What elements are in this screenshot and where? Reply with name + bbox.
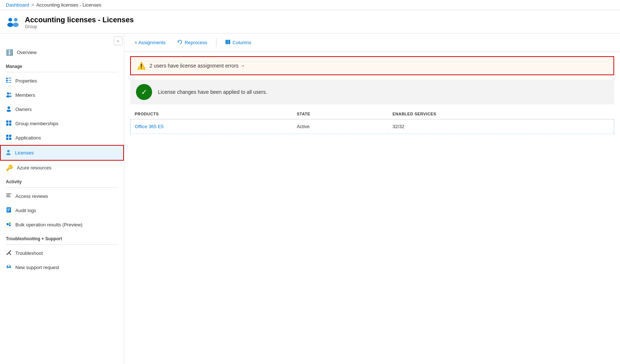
svg-rect-5 (6, 78, 8, 79)
svg-rect-10 (8, 82, 11, 83)
divider-manage (6, 72, 118, 72)
access-reviews-icon (6, 193, 12, 200)
sidebar-label-overview: Overview (17, 50, 37, 55)
sidebar-label-applications: Applications (15, 135, 41, 141)
svg-point-14 (9, 96, 12, 97)
svg-rect-27 (6, 194, 11, 194)
applications-icon (6, 134, 12, 141)
sidebar-item-troubleshoot[interactable]: Troubleshoot (0, 246, 124, 260)
cell-enabled-services: 32/32 (388, 119, 614, 134)
assignments-button[interactable]: + Assignments (130, 38, 170, 47)
group-memberships-icon (6, 120, 12, 127)
sidebar-label-audit-logs: Audit logs (15, 208, 36, 213)
toolbar-divider (216, 38, 216, 47)
svg-point-16 (7, 110, 11, 112)
svg-rect-22 (9, 135, 11, 137)
svg-rect-9 (6, 82, 8, 83)
sidebar-label-properties: Properties (15, 78, 37, 84)
svg-point-40 (8, 265, 10, 267)
page-subtitle: Group (25, 24, 134, 29)
sidebar-label-members: Members (15, 92, 35, 98)
sidebar-item-overview[interactable]: ℹ️ Overview (0, 45, 124, 60)
divider-troubleshoot (6, 244, 118, 245)
divider-activity (6, 187, 118, 188)
svg-rect-43 (227, 40, 229, 44)
reprocess-button[interactable]: Reprocess (173, 37, 212, 48)
svg-point-15 (8, 107, 10, 109)
svg-rect-0 (6, 15, 20, 29)
owners-icon (6, 106, 12, 113)
checkmark-icon: ✓ (141, 88, 147, 96)
svg-point-41 (7, 268, 11, 270)
table-row[interactable]: Office 365 E5 Active 32/32 (131, 119, 614, 134)
breadcrumb-separator: > (31, 2, 34, 8)
warning-text: 2 users have license assignment errors → (150, 63, 608, 69)
svg-rect-32 (7, 210, 10, 210)
svg-rect-28 (6, 195, 10, 196)
svg-rect-29 (6, 196, 11, 197)
svg-rect-7 (6, 80, 8, 81)
sidebar-label-new-support-request: New support request (15, 265, 59, 270)
svg-rect-20 (9, 123, 11, 126)
col-state: STATE (292, 109, 388, 119)
audit-logs-icon (6, 207, 12, 214)
cell-state: Active (292, 119, 388, 134)
sidebar-label-azure-resources: Azure resources (17, 165, 52, 170)
sidebar-collapse-btn[interactable]: « (114, 37, 122, 45)
members-icon (6, 92, 12, 99)
licenses-icon (5, 149, 11, 156)
sidebar-item-access-reviews[interactable]: Access reviews (0, 189, 124, 203)
svg-rect-8 (8, 80, 11, 81)
bulk-operation-icon (6, 221, 12, 228)
svg-rect-6 (8, 78, 11, 78)
reprocess-icon (177, 39, 182, 46)
columns-button[interactable]: Columns (221, 37, 256, 48)
svg-point-26 (6, 153, 11, 156)
svg-rect-23 (6, 138, 8, 140)
sidebar-item-azure-resources[interactable]: 🔑 Azure resources (0, 161, 124, 175)
svg-line-38 (9, 253, 11, 255)
svg-rect-24 (9, 138, 11, 140)
svg-rect-42 (226, 40, 227, 44)
svg-point-34 (7, 223, 9, 225)
svg-rect-17 (6, 120, 8, 123)
svg-point-36 (9, 225, 11, 226)
sidebar-item-group-memberships[interactable]: Group memberships (0, 116, 124, 131)
properties-icon (6, 77, 12, 84)
support-request-icon (6, 264, 12, 271)
sidebar-section-troubleshoot: Troubleshooting + Support (0, 232, 124, 243)
sidebar-item-audit-logs[interactable]: Audit logs (0, 203, 124, 218)
sidebar: « ℹ️ Overview Manage Properties Members … (0, 34, 124, 364)
cell-product[interactable]: Office 365 E5 (131, 119, 292, 134)
sidebar-item-bulk-operation[interactable]: Bulk operation results (Preview) (0, 218, 124, 232)
success-banner: ✓ License changes have been applied to a… (130, 80, 614, 104)
sidebar-item-new-support-request[interactable]: New support request (0, 260, 124, 275)
toolbar: + Assignments Reprocess Columns (124, 34, 620, 52)
svg-point-1 (8, 18, 12, 22)
sidebar-item-properties[interactable]: Properties (0, 74, 124, 88)
main-layout: « ℹ️ Overview Manage Properties Members … (0, 34, 620, 364)
svg-rect-44 (229, 40, 230, 44)
troubleshoot-icon (6, 250, 12, 257)
svg-rect-18 (9, 120, 11, 123)
page-header-text: Accounting licenses - Licenses Group (25, 16, 134, 29)
breadcrumb-bar: Dashboard > Accounting licenses - Licens… (0, 0, 620, 10)
svg-rect-33 (7, 211, 9, 211)
breadcrumb-dashboard[interactable]: Dashboard (6, 2, 29, 8)
overview-icon: ℹ️ (6, 49, 13, 56)
success-text: License changes have been applied to all… (158, 89, 267, 95)
sidebar-item-owners[interactable]: Owners (0, 102, 124, 116)
svg-point-35 (9, 222, 11, 224)
warning-banner[interactable]: ⚠️ 2 users have license assignment error… (130, 56, 614, 75)
sidebar-item-members[interactable]: Members (0, 88, 124, 102)
svg-point-3 (14, 18, 18, 22)
reprocess-label: Reprocess (185, 40, 207, 45)
success-icon: ✓ (136, 84, 152, 100)
sidebar-item-licenses[interactable]: Licenses (0, 145, 124, 161)
sidebar-section-manage: Manage (0, 60, 124, 70)
col-enabled-services: ENABLED SERVICES (388, 109, 614, 119)
sidebar-item-applications[interactable]: Applications (0, 131, 124, 145)
svg-point-25 (7, 150, 10, 153)
sidebar-section-activity: Activity (0, 175, 124, 186)
licenses-table: PRODUCTS STATE ENABLED SERVICES Office 3… (130, 109, 614, 134)
